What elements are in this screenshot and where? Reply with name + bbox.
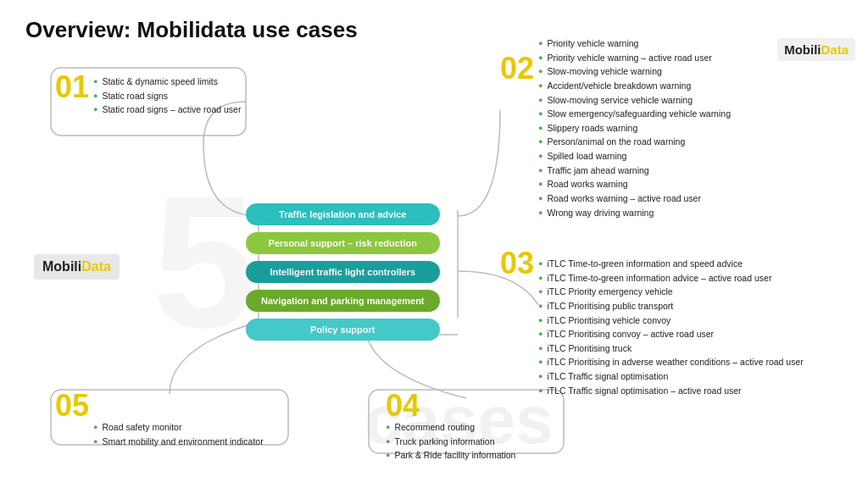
list-item: Traffic jam ahead warning	[538, 165, 731, 177]
page: Overview: Mobilidata use cases 5 cases M…	[0, 0, 868, 488]
list-item: iTLC Traffic signal optimisation	[538, 371, 804, 383]
logo-left-mobili: Mobili	[42, 259, 81, 274]
list-item: Priority vehicle warning – active road u…	[538, 53, 731, 64]
list-item: Wrong way driving warning	[538, 208, 731, 219]
list-item: Slow emergency/safeguarding vehicle warn…	[538, 108, 731, 120]
section-02-list: Priority vehicle warning Priority vehicl…	[538, 38, 731, 221]
list-item: iTLC Prioritising convoy – active road u…	[538, 329, 804, 341]
list-item: Road works warning – active road user	[538, 193, 731, 205]
list-item: Park & Ride facility information	[386, 450, 515, 462]
list-item: iTLC Prioritising truck	[538, 343, 804, 355]
box-traffic-legislation: Traffic legislation and advice	[246, 203, 440, 225]
list-item: iTLC Prioritising in adverse weather con…	[538, 357, 804, 369]
list-item: Smart mobility and environment indicator	[93, 436, 264, 448]
section-05-list: Road safety monitor Smart mobility and e…	[93, 422, 264, 450]
list-item: iTLC Time-to-green information and speed…	[538, 258, 804, 270]
list-item: Slow-moving vehicle warning	[538, 66, 731, 78]
list-item: Static & dynamic speed limits	[93, 76, 241, 88]
section-03-num: 03	[500, 246, 534, 281]
list-item: Recommend routing	[386, 422, 515, 434]
list-item: Road safety monitor	[93, 422, 264, 434]
list-item: iTLC Traffic signal optimisation – activ…	[538, 385, 804, 397]
logo-left-data: Data	[81, 259, 111, 274]
box-policy-support: Policy support	[246, 319, 440, 341]
list-item: Accident/vehicle breakdown warning	[538, 80, 731, 92]
list-item: iTLC Priority emergency vehicle	[538, 286, 804, 298]
list-item: Static road signs	[93, 91, 241, 103]
section-03-list: iTLC Time-to-green information and speed…	[538, 258, 804, 399]
section-04-list: Recommend routing Truck parking informat…	[386, 422, 515, 464]
box-intelligent-traffic: Intelligent traffic light controllers	[246, 261, 440, 283]
list-item: Truck parking information	[386, 436, 515, 448]
list-item: Static road signs – active road user	[93, 104, 241, 116]
box-personal-support: Personal support – risk reduction	[246, 232, 440, 254]
list-item: Priority vehicle warning	[538, 38, 731, 50]
logo-mobili-text: Mobili	[784, 42, 821, 57]
list-item: Road works warning	[538, 179, 731, 191]
list-item: Slippery roads warning	[538, 123, 731, 135]
list-item: iTLC Prioritising public transport	[538, 301, 804, 313]
list-item: Slow-moving service vehicle warning	[538, 95, 731, 107]
section-05-num: 05	[55, 388, 89, 424]
list-item: iTLC Time-to-green information advice – …	[538, 273, 804, 285]
section-01-num: 01	[55, 69, 89, 105]
logo-left: MobiliData	[34, 254, 120, 280]
section-04-num: 04	[386, 388, 420, 424]
list-item: Spilled load warning	[538, 151, 731, 163]
logo-data-text: Data	[821, 42, 849, 57]
list-item: iTLC Prioritising vehicle convoy	[538, 315, 804, 327]
center-boxes: Traffic legislation and advice Personal …	[246, 203, 440, 341]
list-item: Person/animal on the road warning	[538, 136, 731, 148]
watermark-5: 5	[153, 169, 256, 356]
box-navigation-parking: Navigation and parking management	[246, 290, 440, 312]
section-01-list: Static & dynamic speed limits Static roa…	[93, 76, 241, 119]
logo-top-right: MobiliData	[777, 38, 855, 61]
section-02-num: 02	[500, 51, 534, 86]
